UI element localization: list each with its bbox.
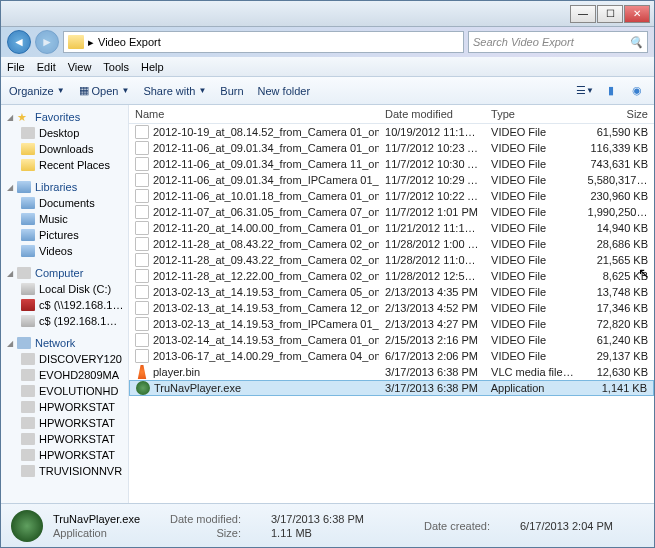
file-type: VIDEO File <box>485 142 581 154</box>
menu-tools[interactable]: Tools <box>103 61 129 73</box>
network-icon <box>17 337 31 349</box>
file-type: VLC media file (.bi… <box>485 366 581 378</box>
file-row[interactable]: 2013-02-13_at_14.19.53_from_IPCamera 01_… <box>129 316 654 332</box>
close-button[interactable]: ✕ <box>624 5 650 23</box>
file-row[interactable]: 2012-11-07_at_06.31.05_from_Camera 07_on… <box>129 204 654 220</box>
libraries-group[interactable]: ◢Libraries <box>1 179 128 195</box>
open-button[interactable]: ▦Open▼ <box>79 84 130 97</box>
library-icon <box>21 197 35 209</box>
computer-group[interactable]: ◢Computer <box>1 265 128 281</box>
menu-file[interactable]: File <box>7 61 25 73</box>
explorer-window: — ☐ ✕ ◄ ► ▸ Video Export Search Video Ex… <box>0 0 655 548</box>
col-size[interactable]: Size <box>582 108 654 120</box>
menu-view[interactable]: View <box>68 61 92 73</box>
col-type[interactable]: Type <box>485 108 581 120</box>
computer-icon <box>21 369 35 381</box>
sidebar-item-recent[interactable]: Recent Places <box>1 157 128 173</box>
file-size: 21,565 KB <box>582 254 654 266</box>
sidebar-item-music[interactable]: Music <box>1 211 128 227</box>
preview-pane-button[interactable]: ▮ <box>602 82 620 100</box>
sidebar-item-localdisk[interactable]: Local Disk (C:) <box>1 281 128 297</box>
network-group[interactable]: ◢Network <box>1 335 128 351</box>
menu-edit[interactable]: Edit <box>37 61 56 73</box>
file-row[interactable]: player.bin3/17/2013 6:38 PMVLC media fil… <box>129 364 654 380</box>
search-box[interactable]: Search Video Export 🔍 <box>468 31 648 53</box>
file-name: 2012-11-06_at_10.01.18_from_Camera 01_on… <box>153 190 379 202</box>
file-name: 2013-06-17_at_14.00.29_from_Camera 04_on… <box>153 350 379 362</box>
view-options-button[interactable]: ☰ ▼ <box>576 82 594 100</box>
file-row[interactable]: 2013-02-14_at_14.19.53_from_Camera 01_on… <box>129 332 654 348</box>
share-button[interactable]: Share with▼ <box>143 85 206 97</box>
menu-help[interactable]: Help <box>141 61 164 73</box>
sidebar-item-pictures[interactable]: Pictures <box>1 227 128 243</box>
file-row[interactable]: 2013-06-17_at_14.00.29_from_Camera 04_on… <box>129 348 654 364</box>
file-row[interactable]: 2012-11-06_at_09.01.34_from_Camera 01_on… <box>129 140 654 156</box>
file-icon <box>135 157 149 171</box>
file-date: 11/28/2012 12:56 … <box>379 270 485 282</box>
file-type: VIDEO File <box>485 174 581 186</box>
forward-button[interactable]: ► <box>35 30 59 54</box>
file-size: 116,339 KB <box>582 142 654 154</box>
back-button[interactable]: ◄ <box>7 30 31 54</box>
open-icon: ▦ <box>79 84 89 97</box>
sidebar-item-network-4[interactable]: HPWORKSTAT <box>1 415 128 431</box>
organize-button[interactable]: Organize▼ <box>9 85 65 97</box>
sidebar-item-network-3[interactable]: HPWORKSTAT <box>1 399 128 415</box>
sidebar-item-network-1[interactable]: EVOHD2809MA <box>1 367 128 383</box>
file-list-pane: Name Date modified Type Size 2012-10-19_… <box>129 105 654 503</box>
sidebar-item-videos[interactable]: Videos <box>1 243 128 259</box>
sidebar-item-netdrive2[interactable]: c$ (192.168.1… <box>1 313 128 329</box>
sidebar-item-network-6[interactable]: HPWORKSTAT <box>1 447 128 463</box>
file-row[interactable]: 2012-11-06_at_09.01.34_from_Camera 11_on… <box>129 156 654 172</box>
sidebar-item-documents[interactable]: Documents <box>1 195 128 211</box>
favorites-group[interactable]: ◢★Favorites <box>1 109 128 125</box>
file-date: 3/17/2013 6:38 PM <box>379 366 485 378</box>
col-date[interactable]: Date modified <box>379 108 485 120</box>
file-row[interactable]: 2012-11-06_at_09.01.34_from_IPCamera 01_… <box>129 172 654 188</box>
breadcrumb-folder[interactable]: Video Export <box>98 36 161 48</box>
file-icon <box>136 381 150 395</box>
library-icon <box>21 245 35 257</box>
file-row[interactable]: 2012-11-28_at_09.43.22_from_Camera 02_on… <box>129 252 654 268</box>
sidebar-item-network-7[interactable]: TRUVISIONNVR <box>1 463 128 479</box>
computer-icon <box>21 401 35 413</box>
sidebar-item-netdrive1[interactable]: c$ (\\192.168.1… <box>1 297 128 313</box>
sidebar-item-network-0[interactable]: DISCOVERY120 <box>1 351 128 367</box>
sidebar-item-network-2[interactable]: EVOLUTIONHD <box>1 383 128 399</box>
folder-icon <box>21 159 35 171</box>
file-row[interactable]: 2012-10-19_at_08.14.52_from_Camera 01_on… <box>129 124 654 140</box>
sidebar-item-downloads[interactable]: Downloads <box>1 141 128 157</box>
status-filetype: Application <box>53 527 140 539</box>
computer-icon <box>21 417 35 429</box>
sidebar-item-desktop[interactable]: Desktop <box>1 125 128 141</box>
file-size: 28,686 KB <box>582 238 654 250</box>
help-button[interactable]: ◉ <box>628 82 646 100</box>
col-name[interactable]: Name <box>129 108 379 120</box>
star-icon: ★ <box>17 111 31 123</box>
file-icon <box>135 301 149 315</box>
minimize-button[interactable]: — <box>570 5 596 23</box>
status-size-label: Size: <box>170 527 241 539</box>
file-icon <box>135 349 149 363</box>
file-name: 2012-11-06_at_09.01.34_from_Camera 11_on… <box>153 158 379 170</box>
file-icon <box>135 285 149 299</box>
burn-button[interactable]: Burn <box>220 85 243 97</box>
file-size: 61,240 KB <box>582 334 654 346</box>
search-placeholder: Search Video Export <box>473 36 574 48</box>
file-row[interactable]: 2012-11-28_at_12.22.00_from_Camera 02_on… <box>129 268 654 284</box>
library-icon <box>17 181 31 193</box>
maximize-button[interactable]: ☐ <box>597 5 623 23</box>
file-row[interactable]: 2013-02-13_at_14.19.53_from_Camera 05_on… <box>129 284 654 300</box>
navigation-pane: ◢★Favorites Desktop Downloads Recent Pla… <box>1 105 129 503</box>
file-row[interactable]: 2012-11-20_at_14.00.00_from_Camera 01_on… <box>129 220 654 236</box>
sidebar-item-network-5[interactable]: HPWORKSTAT <box>1 431 128 447</box>
computer-icon <box>21 433 35 445</box>
file-size: 1,990,250 KB <box>582 206 654 218</box>
file-row[interactable]: 2012-11-28_at_08.43.22_from_Camera 02_on… <box>129 236 654 252</box>
file-row[interactable]: 2013-02-13_at_14.19.53_from_Camera 12_on… <box>129 300 654 316</box>
file-row[interactable]: 2012-11-06_at_10.01.18_from_Camera 01_on… <box>129 188 654 204</box>
new-folder-button[interactable]: New folder <box>258 85 311 97</box>
file-row[interactable]: TruNavPlayer.exe3/17/2013 6:38 PMApplica… <box>129 380 654 396</box>
file-list[interactable]: 2012-10-19_at_08.14.52_from_Camera 01_on… <box>129 124 654 503</box>
address-box[interactable]: ▸ Video Export <box>63 31 464 53</box>
